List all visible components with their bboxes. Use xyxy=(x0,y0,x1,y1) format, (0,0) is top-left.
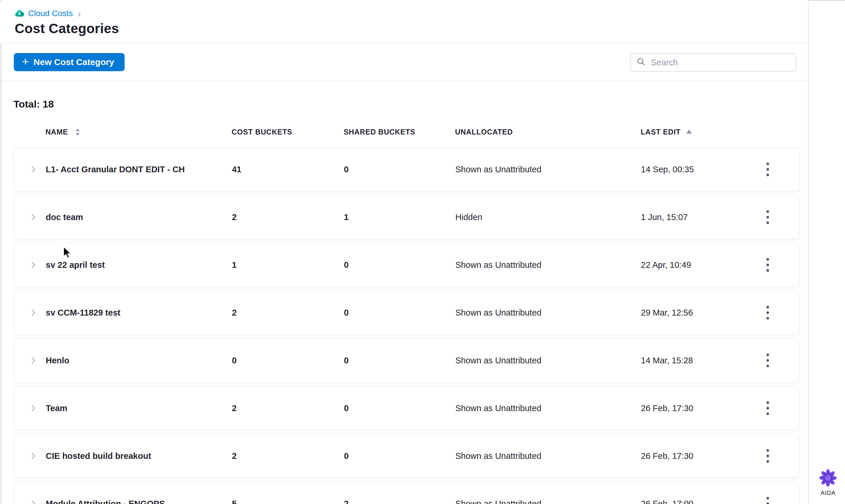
row-name: L1- Acct Granular DONT EDIT - CH xyxy=(46,165,232,174)
cost-category-row[interactable]: sv 22 april test 1 0 Shown as Unattribut… xyxy=(14,243,799,287)
column-header-cost-buckets[interactable]: COST BUCKETS xyxy=(232,128,292,136)
row-menu-button[interactable] xyxy=(763,160,772,179)
cost-category-row[interactable]: Team 2 0 Shown as Unattributed 26 Feb, 1… xyxy=(14,386,799,430)
page-header: $ Cloud Costs › Cost Categories xyxy=(2,0,808,43)
row-unallocated: Shown as Unattributed xyxy=(455,499,641,504)
row-menu-button[interactable] xyxy=(763,208,772,227)
cloud-costs-icon: $ xyxy=(14,8,24,19)
expand-chevron-icon[interactable] xyxy=(30,404,46,413)
row-shared-buckets: 0 xyxy=(344,356,455,365)
column-header-shared-buckets[interactable]: SHARED BUCKETS xyxy=(344,128,416,136)
cost-category-row[interactable]: L1- Acct Granular DONT EDIT - CH 41 0 Sh… xyxy=(14,148,799,191)
row-menu-button[interactable] xyxy=(763,351,772,371)
row-last-edit: 1 Jun, 15:07 xyxy=(641,213,763,222)
row-cost-buckets: 0 xyxy=(232,356,344,365)
expand-chevron-icon[interactable] xyxy=(30,260,46,269)
toolbar: + New Cost Category xyxy=(2,44,808,81)
cost-category-row[interactable]: Henlo 0 0 Shown as Unattributed 14 Mar, … xyxy=(14,339,799,382)
row-last-edit: 14 Sep, 00:35 xyxy=(641,165,763,174)
row-cost-buckets: 2 xyxy=(232,213,344,222)
row-cost-buckets: 41 xyxy=(232,165,344,174)
row-shared-buckets: 2 xyxy=(344,499,455,504)
total-count: Total: 18 xyxy=(14,98,54,110)
row-shared-buckets: 0 xyxy=(344,403,455,413)
row-shared-buckets: 0 xyxy=(344,308,455,318)
breadcrumb-chevron-icon: › xyxy=(76,10,81,18)
row-menu-button[interactable] xyxy=(763,446,772,466)
total-value: 18 xyxy=(42,98,54,110)
expand-chevron-icon[interactable] xyxy=(30,452,46,460)
row-unallocated: Shown as Unattributed xyxy=(455,308,641,318)
new-cost-category-label: New Cost Category xyxy=(33,57,114,67)
row-cost-buckets: 2 xyxy=(232,308,344,318)
row-unallocated: Hidden xyxy=(455,213,641,222)
row-cost-buckets: 5 xyxy=(232,499,344,504)
new-cost-category-button[interactable]: + New Cost Category xyxy=(14,53,125,71)
svg-text:$: $ xyxy=(18,11,20,16)
row-last-edit: 29 Mar, 12:56 xyxy=(641,308,763,318)
row-name: Module Attribution - ENGOPS xyxy=(46,499,232,504)
row-unallocated: Shown as Unattributed xyxy=(455,165,641,174)
row-last-edit: 26 Feb, 17:00 xyxy=(641,499,763,504)
cost-category-row[interactable]: Module Attribution - ENGOPS 5 2 Shown as… xyxy=(14,482,799,504)
search-box[interactable] xyxy=(630,53,796,72)
expand-chevron-icon[interactable] xyxy=(30,165,46,174)
row-last-edit: 14 Mar, 15:28 xyxy=(641,356,763,365)
row-last-edit: 26 Feb, 17:30 xyxy=(641,403,763,413)
sort-both-icon[interactable] xyxy=(74,128,81,138)
row-shared-buckets: 0 xyxy=(344,165,455,174)
row-shared-buckets: 1 xyxy=(344,213,455,222)
row-unallocated: Shown as Unattributed xyxy=(455,260,641,270)
aida-widget[interactable]: AIDA xyxy=(813,468,843,497)
row-unallocated: Shown as Unattributed xyxy=(455,451,641,461)
page-title: Cost Categories xyxy=(15,20,119,36)
row-name: sv CCM-11829 test xyxy=(46,308,232,318)
left-edge-strip xyxy=(0,43,2,504)
total-label: Total: xyxy=(14,98,40,110)
row-menu-button[interactable] xyxy=(763,303,772,323)
row-last-edit: 22 Apr, 10:49 xyxy=(641,260,763,270)
search-input[interactable] xyxy=(651,58,790,67)
aida-icon xyxy=(818,468,838,488)
cost-category-list: L1- Acct Granular DONT EDIT - CH 41 0 Sh… xyxy=(14,148,799,504)
row-cost-buckets: 2 xyxy=(232,403,344,413)
row-name: Henlo xyxy=(46,356,232,365)
table-header: NAME COST BUCKETS SHARED BUCKETS UNALLOC… xyxy=(0,128,808,137)
expand-chevron-icon[interactable] xyxy=(30,213,46,221)
cost-category-row[interactable]: doc team 2 1 Hidden 1 Jun, 15:07 xyxy=(14,195,799,239)
content-right-divider xyxy=(808,1,809,504)
row-name: Team xyxy=(46,403,232,413)
row-menu-button[interactable] xyxy=(763,255,772,275)
row-last-edit: 26 Feb, 17:30 xyxy=(641,451,763,461)
row-unallocated: Shown as Unattributed xyxy=(455,403,641,413)
expand-chevron-icon[interactable] xyxy=(30,356,46,365)
row-cost-buckets: 2 xyxy=(232,451,344,461)
row-name: CIE hosted build breakout xyxy=(46,451,232,461)
expand-chevron-icon[interactable] xyxy=(30,499,46,504)
row-menu-button[interactable] xyxy=(763,494,772,504)
row-shared-buckets: 0 xyxy=(344,451,455,461)
search-icon xyxy=(636,57,646,68)
row-shared-buckets: 0 xyxy=(344,260,455,270)
row-unallocated: Shown as Unattributed xyxy=(455,356,641,365)
column-header-name[interactable]: NAME xyxy=(46,128,68,136)
row-menu-button[interactable] xyxy=(763,398,772,418)
sort-ascending-icon[interactable] xyxy=(686,129,692,135)
row-name: sv 22 april test xyxy=(46,260,232,270)
breadcrumb-link-cloud-costs[interactable]: Cloud Costs xyxy=(28,9,73,18)
row-cost-buckets: 1 xyxy=(232,260,344,270)
column-header-last-edit[interactable]: LAST EDIT xyxy=(641,128,681,136)
cost-category-row[interactable]: CIE hosted build breakout 2 0 Shown as U… xyxy=(14,434,799,478)
breadcrumb: $ Cloud Costs › xyxy=(14,8,81,19)
column-header-unallocated[interactable]: UNALLOCATED xyxy=(455,128,513,136)
cost-category-row[interactable]: sv CCM-11829 test 2 0 Shown as Unattribu… xyxy=(14,291,799,334)
row-name: doc team xyxy=(46,213,232,222)
aida-label: AIDA xyxy=(813,489,843,497)
plus-icon: + xyxy=(22,57,29,66)
expand-chevron-icon[interactable] xyxy=(30,308,46,317)
